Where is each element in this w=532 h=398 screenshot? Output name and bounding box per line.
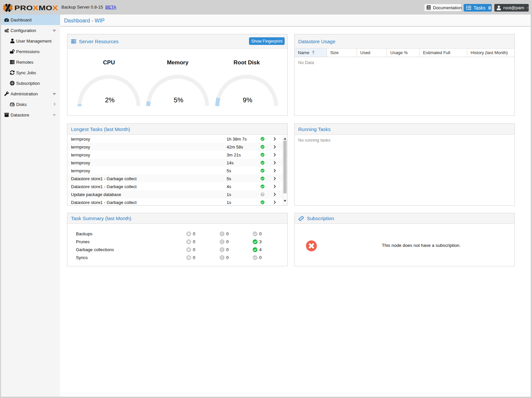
svg-text:5%: 5%	[174, 96, 183, 104]
svg-text:PROXMOX: PROXMOX	[15, 4, 58, 12]
svg-text:Root Disk: Root Disk	[233, 59, 260, 66]
svg-text:9%: 9%	[243, 96, 252, 104]
svg-text:CPU: CPU	[103, 59, 115, 66]
svg-text:2%: 2%	[105, 96, 115, 104]
svg-text:Memory: Memory	[167, 59, 189, 66]
